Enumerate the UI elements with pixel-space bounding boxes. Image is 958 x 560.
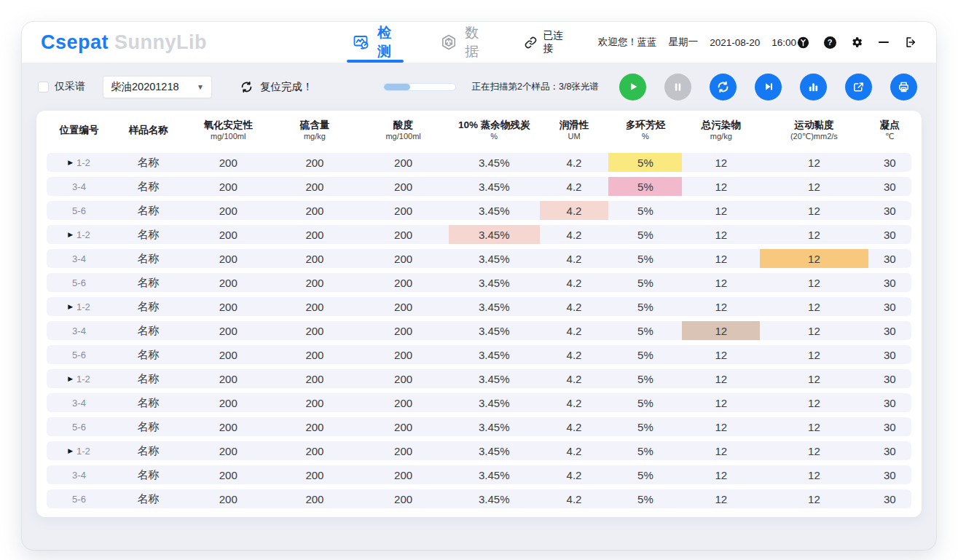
export-button[interactable] — [845, 74, 872, 100]
value-cell: 12 — [760, 225, 868, 244]
table-row[interactable]: 5-6名称2002002003.45%4.25%121230 — [47, 273, 911, 292]
wrench-circle-icon[interactable] — [796, 36, 809, 49]
start-button[interactable] — [619, 74, 646, 100]
column-header: 氧化安定性mg/100ml — [185, 119, 272, 142]
value-cell: 200 — [185, 369, 272, 388]
value-cell: 4.2 — [540, 249, 609, 268]
table-row[interactable]: 5-6名称2002002003.45%4.25%121230 — [47, 345, 911, 364]
column-header: 总污染物mg/kg — [682, 119, 760, 142]
table-row[interactable]: 3-4名称2002002003.45%4.25%121230 — [47, 393, 911, 412]
value-cell: 200 — [358, 225, 449, 244]
value-cell: 12 — [760, 273, 868, 292]
position-cell[interactable]: 5-6 — [47, 489, 111, 508]
data-cube-icon — [440, 33, 458, 51]
table-row[interactable]: 5-6名称2002002003.45%4.25%121230 — [47, 201, 911, 220]
table-row[interactable]: ▶1-2名称2002002003.45%4.25%121230 — [47, 153, 911, 172]
value-cell: 3.45% — [449, 417, 540, 436]
sample-select[interactable]: 柴油20201218 ▼ — [103, 76, 212, 98]
value-cell: 4.2 — [540, 177, 609, 196]
refresh-icon[interactable] — [240, 80, 254, 94]
value-cell: 12 — [682, 417, 760, 436]
value-cell: 200 — [272, 441, 358, 460]
position-cell[interactable]: 5-6 — [47, 345, 111, 364]
position-cell[interactable]: ▶1-2 — [47, 297, 111, 316]
position-cell[interactable]: 3-4 — [47, 249, 111, 268]
value-cell: 200 — [358, 201, 449, 220]
table-row[interactable]: ▶1-2名称2002002003.45%4.25%121230 — [47, 369, 911, 388]
position-cell[interactable]: ▶1-2 — [47, 225, 111, 244]
value-cell: 4.2 — [540, 345, 609, 364]
value-cell: 4.2 — [540, 489, 609, 508]
table-row[interactable]: 5-6名称2002002003.45%4.25%121230 — [47, 489, 911, 508]
value-cell: 12 — [760, 321, 868, 340]
app-window: Csepat SunnyLib 检测 — [22, 22, 936, 550]
position-cell[interactable]: ▶1-2 — [47, 441, 111, 460]
position-cell[interactable]: ▶1-2 — [47, 153, 111, 172]
help-icon[interactable]: ? — [823, 36, 836, 49]
logout-icon[interactable] — [904, 36, 917, 49]
print-button[interactable] — [890, 74, 917, 100]
pause-button[interactable] — [664, 74, 691, 100]
position-cell[interactable]: 5-6 — [47, 273, 111, 292]
position-cell[interactable]: 3-4 — [47, 393, 111, 412]
value-cell: 30 — [868, 273, 911, 292]
value-cell: 名称 — [111, 297, 185, 316]
position-cell[interactable]: ▶1-2 — [47, 369, 111, 388]
table-row[interactable]: 3-4名称2002002003.45%4.25%121230 — [47, 321, 911, 340]
position-cell[interactable]: 3-4 — [47, 321, 111, 340]
printer-icon — [898, 81, 910, 93]
next-button[interactable] — [755, 74, 782, 100]
results-table-card: 位置编号样品名称氧化安定性mg/100ml硫含量mg/kg酸度mg/100ml1… — [36, 111, 922, 517]
column-header: 硫含量mg/kg — [272, 119, 358, 142]
skip-next-icon — [763, 81, 774, 92]
table-row[interactable]: ▶1-2名称2002002003.45%4.25%121230 — [47, 225, 911, 244]
chart-button[interactable] — [800, 74, 827, 100]
time-text: 16:00 — [771, 37, 796, 48]
value-cell: 200 — [272, 345, 358, 364]
spectrum-only-checkbox[interactable] — [38, 82, 49, 92]
value-cell: 名称 — [111, 225, 185, 244]
value-cell: 4.2 — [540, 273, 609, 292]
value-cell: 3.45% — [449, 153, 540, 172]
table-row[interactable]: 3-4名称2002002003.45%4.25%121230 — [47, 465, 911, 484]
value-cell: 12 — [760, 201, 868, 220]
sync-button[interactable] — [710, 74, 737, 100]
table-row[interactable]: 5-6名称2002002003.45%4.25%121230 — [47, 417, 911, 436]
value-cell: 12 — [682, 153, 760, 172]
value-cell: 5% — [608, 321, 682, 340]
position-cell[interactable]: 3-4 — [47, 465, 111, 484]
expand-arrow-icon[interactable]: ▶ — [68, 159, 73, 166]
position-cell[interactable]: 5-6 — [47, 201, 111, 220]
app-logo: Csepat SunnyLib — [41, 22, 207, 63]
value-cell: 名称 — [111, 177, 185, 196]
value-cell: 200 — [358, 297, 449, 316]
expand-arrow-icon[interactable]: ▶ — [68, 231, 73, 238]
table-row[interactable]: 3-4名称2002002003.45%4.25%121230 — [47, 177, 911, 196]
value-cell: 200 — [185, 321, 272, 340]
position-label: 5-6 — [72, 350, 86, 360]
position-cell[interactable]: 5-6 — [47, 417, 111, 436]
column-title: 10% 蒸余物残炭 — [458, 119, 530, 130]
value-cell: 200 — [358, 321, 449, 340]
tab-data[interactable]: 数据 — [440, 22, 485, 63]
position-cell[interactable]: 3-4 — [47, 177, 111, 196]
tab-detection[interactable]: 检测 — [353, 22, 398, 63]
position-label: 3-4 — [72, 253, 86, 264]
highlighted-value-cell: 4.2 — [540, 201, 609, 220]
value-cell: 200 — [185, 297, 272, 316]
table-row[interactable]: 3-4名称2002002003.45%4.25%121230 — [47, 249, 911, 268]
value-cell: 12 — [682, 465, 760, 484]
table-row[interactable]: ▶1-2名称2002002003.45%4.25%121230 — [47, 297, 911, 316]
value-cell: 200 — [358, 441, 449, 460]
value-cell: 名称 — [111, 441, 185, 460]
expand-arrow-icon[interactable]: ▶ — [68, 447, 73, 454]
settings-gear-icon[interactable] — [850, 36, 863, 49]
column-title: 样品名称 — [128, 125, 168, 135]
table-row[interactable]: ▶1-2名称2002002003.45%4.25%121230 — [47, 441, 911, 460]
value-cell: 30 — [868, 417, 911, 436]
value-cell: 30 — [868, 297, 911, 316]
header-icon-group: ? — [796, 22, 917, 63]
minimize-icon[interactable] — [877, 36, 890, 49]
expand-arrow-icon[interactable]: ▶ — [68, 303, 73, 310]
expand-arrow-icon[interactable]: ▶ — [68, 375, 73, 382]
